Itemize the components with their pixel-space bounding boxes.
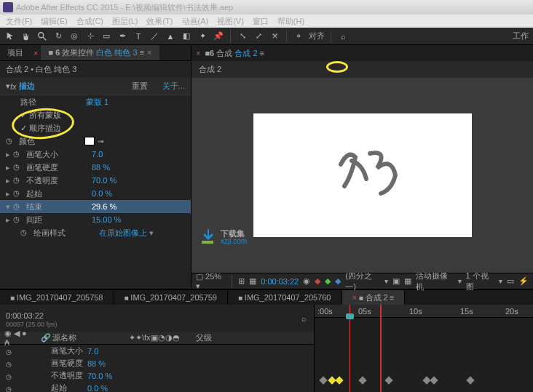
text-tool-icon[interactable]: T	[133, 31, 144, 42]
keyframe-icon[interactable]	[319, 376, 327, 384]
tab-effect-controls[interactable]: ■ 6 效果控件 白色 纯色 3 ≡×	[41, 45, 159, 60]
timeline-track-area[interactable]: :00s 05s 10s 15s 20s	[315, 305, 533, 392]
selection-tool-icon[interactable]	[4, 31, 16, 42]
menu-edit[interactable]: 编辑(E)	[36, 16, 72, 27]
hand-tool-icon[interactable]	[20, 31, 32, 42]
tl-tab-3[interactable]: ■ IMG_20170407_205760	[228, 291, 342, 304]
transparency-icon[interactable]: ▦	[404, 276, 411, 286]
stopwatch-icon[interactable]	[6, 136, 16, 146]
prop-path-value[interactable]: 蒙版 1	[86, 97, 108, 108]
start-value[interactable]: 0.0 %	[92, 189, 112, 198]
tab-close-icon[interactable]: ×	[196, 49, 200, 57]
brush-size-value[interactable]: 7.0	[92, 150, 103, 159]
stopwatch-icon[interactable]	[13, 175, 23, 185]
keyframe-icon[interactable]	[335, 376, 343, 384]
views-dropdown[interactable]: 1 个视图	[466, 271, 494, 292]
grid-icon[interactable]: ▦	[249, 276, 256, 286]
composition-viewer[interactable]: 下载集xzji.com	[192, 78, 533, 273]
title-bar: Adobe After Effects CC 2015 - E:\视频编辑软件\…	[0, 0, 533, 15]
channel-icon[interactable]: ◆	[315, 276, 320, 286]
eraser-tool-icon[interactable]: ◧	[181, 31, 192, 42]
axis-local-icon[interactable]: ⤡	[237, 31, 248, 42]
axis-world-icon[interactable]: ⤢	[253, 31, 264, 42]
playhead[interactable]	[350, 305, 350, 392]
anchor-tool-icon[interactable]: ⊹	[84, 31, 96, 42]
effect-header[interactable]: ▾ fx 描边 重置 关于...	[0, 78, 191, 95]
current-time[interactable]: 0:00:03:22	[261, 277, 299, 286]
camera-dropdown[interactable]: 活动摄像机	[416, 271, 453, 292]
fast-preview-icon[interactable]: ⚡	[518, 276, 529, 286]
property-list: 路径蒙版 1 所有蒙版 顺序描边 颜色➟ ▸画笔大小7.0 ▸画笔硬度88 % …	[0, 95, 191, 289]
stopwatch-icon[interactable]	[13, 201, 23, 212]
search-icon[interactable]: ⌕	[337, 31, 349, 42]
timeline-timecode[interactable]: 0:00:03:2200097 (25.00 fps)	[0, 305, 63, 332]
canvas	[253, 113, 472, 237]
stopwatch-icon[interactable]	[13, 215, 23, 225]
about-link[interactable]: 关于...	[162, 81, 185, 92]
menu-comp[interactable]: 合成(C)	[72, 16, 108, 27]
watermark: 下载集xzji.com	[199, 227, 247, 245]
zoom-dropdown[interactable]: ▢ 25% ▾	[196, 272, 226, 291]
menu-help[interactable]: 帮助(H)	[273, 16, 309, 27]
pixel-aspect-icon[interactable]: ▭	[507, 276, 514, 286]
rect-tool-icon[interactable]: ▭	[100, 31, 112, 42]
tl-tab-2[interactable]: ■ IMG_20170407_205759	[114, 291, 229, 304]
region-icon[interactable]: ▣	[392, 276, 400, 286]
axis-view-icon[interactable]: ⤧	[269, 31, 280, 42]
brush-hard-value[interactable]: 88 %	[92, 163, 110, 172]
resolution-dropdown[interactable]: (四分之一)	[345, 271, 380, 292]
menu-bar[interactable]: 文件(F) 编辑(E) 合成(C) 图层(L) 效果(T) 动画(A) 视图(V…	[0, 15, 533, 28]
puppet-tool-icon[interactable]: 📌	[213, 31, 224, 42]
keyframe-icon[interactable]	[384, 376, 392, 384]
keyframe-icon[interactable]	[358, 376, 366, 384]
search-icon[interactable]: ⌕	[301, 314, 307, 323]
pen-tool-icon[interactable]: ✒	[117, 31, 128, 42]
tl-brush-size: 画笔大小	[15, 345, 87, 356]
menu-window[interactable]: 窗口	[248, 16, 273, 27]
comp-breadcrumb[interactable]: 合成 2	[192, 61, 533, 78]
menu-file[interactable]: 文件(F)	[1, 16, 36, 27]
spacing-value[interactable]: 15.00 %	[92, 215, 121, 224]
keyframe-icon[interactable]	[466, 376, 474, 384]
menu-effect[interactable]: 效果(T)	[142, 16, 177, 27]
zoom-tool-icon[interactable]	[36, 31, 48, 42]
prop-path: 路径	[20, 97, 86, 108]
snapshot-icon[interactable]: ◉	[303, 276, 310, 286]
col-source[interactable]: 源名称	[48, 332, 81, 343]
snap-label[interactable]: 对齐	[309, 31, 325, 41]
rotate-tool-icon[interactable]: ↻	[52, 31, 64, 42]
end-value[interactable]: 29.6 %	[92, 202, 117, 211]
stopwatch-icon[interactable]	[13, 149, 23, 159]
clone-tool-icon[interactable]: ▲	[165, 31, 176, 42]
tl-tab-active[interactable]: × ■ 合成 2 ≡	[342, 290, 406, 305]
reset-link[interactable]: 重置	[132, 81, 148, 92]
paint-style-value[interactable]: 在原始图像上	[99, 228, 147, 239]
tl-tab-1[interactable]: ■ IMG_20170407_205758	[0, 291, 114, 304]
col-parent[interactable]: 父级	[192, 332, 216, 343]
comp-tab-item[interactable]: 合成 2	[234, 48, 257, 59]
comp-tab-label[interactable]: 合成	[216, 48, 232, 59]
download-icon	[199, 228, 216, 245]
camera-tool-icon[interactable]: ◎	[68, 31, 80, 42]
brush-tool-icon[interactable]: ／	[149, 31, 160, 42]
stopwatch-icon[interactable]	[20, 228, 31, 238]
workspace-label[interactable]: 工作	[513, 31, 529, 41]
tool-bar: ↻ ◎ ⊹ ▭ ✒ T ／ ▲ ◧ ✦ 📌 ⤡ ⤢ ⤧ ⌖ 对齐 ⌕ 工作	[0, 28, 533, 45]
keyframe-icon[interactable]	[430, 376, 438, 384]
prop-all-masks[interactable]: 所有蒙版	[20, 110, 61, 121]
tl-start: 起始	[15, 383, 87, 392]
stopwatch-icon[interactable]	[13, 188, 23, 199]
color-swatch[interactable]	[84, 137, 95, 145]
opacity-value[interactable]: 70.0 %	[92, 176, 117, 185]
menu-layer[interactable]: 图层(L)	[108, 16, 142, 27]
prop-sequential[interactable]: 顺序描边	[20, 123, 61, 134]
app-icon	[3, 2, 13, 12]
tab-project[interactable]: 项目	[0, 45, 31, 60]
menu-anim[interactable]: 动画(A)	[178, 16, 213, 27]
stopwatch-icon[interactable]	[13, 162, 23, 172]
snap-icon[interactable]: ⌖	[293, 31, 304, 42]
resolution-icon[interactable]: ⊞	[238, 276, 245, 286]
roto-tool-icon[interactable]: ✦	[197, 31, 208, 42]
menu-view[interactable]: 视图(V)	[213, 16, 248, 27]
tab-close-icon[interactable]: ×	[31, 47, 41, 60]
